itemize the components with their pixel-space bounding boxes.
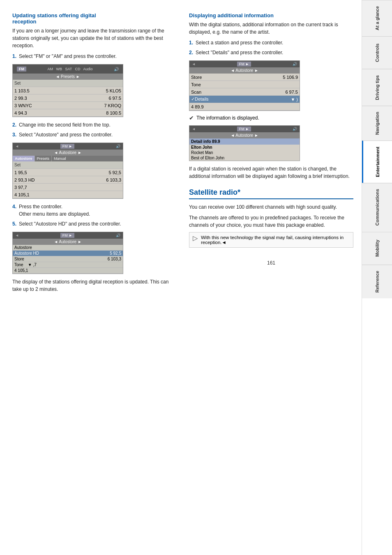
- sidebar-tab-navigation[interactable]: Navigation: [362, 106, 392, 140]
- sidebar-tab-driving-tips[interactable]: Driving tips: [362, 69, 392, 106]
- r1-col2: 6 97.5: [108, 96, 121, 101]
- left-column: Updating stations offering digital recep…: [12, 12, 177, 296]
- screen2-nav: ◄ Autostore ►: [13, 150, 123, 156]
- screen3-body: Autostore Autostore HD 5 92,5 Store 6 10…: [13, 245, 123, 274]
- screen2-set-row: Set: [13, 161, 123, 169]
- page-number: 161: [189, 260, 353, 266]
- title-line2: reception: [12, 18, 37, 25]
- check-note-text: The information is displayed.: [196, 115, 259, 121]
- screen2-icon: 🔊: [116, 144, 120, 148]
- detail-row-2: Best of Elton John: [189, 155, 300, 161]
- step-4: 4. Press the controller.Other menu items…: [12, 203, 177, 218]
- screen1-set-row: Set: [13, 80, 123, 87]
- rscreen2-body: Detail info 89.9 Elton John Rocket Man B…: [189, 138, 300, 161]
- sidebar-tab-controls[interactable]: Controls: [362, 36, 392, 69]
- menu-store: Store 6 103,3: [13, 256, 123, 262]
- screen2-row-0: 1 95,5 5 92,5: [13, 169, 123, 176]
- detail-row-1: Rocket Man: [189, 150, 300, 155]
- rscreen2-nav: ◄ Autostore ►: [189, 132, 300, 138]
- check-icon: ✔: [189, 115, 194, 121]
- screen3-fm: FM ►: [60, 233, 74, 238]
- tab-autostore: Autostore: [13, 156, 35, 161]
- step-3: 3. Select "Autostore" and press the cont…: [12, 131, 177, 138]
- right-section-title: Displaying additional information: [189, 12, 353, 18]
- left-section-title: Updating stations offering digital recep…: [12, 12, 177, 25]
- screen2-body: Set 1 95,5 5 92,5 2 93,3 HD 6 103,3 3 97…: [13, 161, 123, 198]
- screen3-topbar: ◄ FM ► 🔊: [13, 232, 123, 239]
- screen1-body: Set 1 103.5 5 KLO5 2 99.3 6 97.5 3 WNYC …: [13, 80, 123, 117]
- r0-col2: 5 KLO5: [106, 88, 121, 93]
- steps-4-5: 4. Press the controller.Other menu items…: [12, 203, 177, 228]
- step-5: 5. Select "Autostore HD" and press the c…: [12, 220, 177, 228]
- screen1-header: FM AM WB SAT CD Audio 🔊: [13, 64, 123, 74]
- right-screen-1: ◄ FM ► 🔊 ◄ Autostore ► Store 5 106.9 Ton…: [189, 60, 300, 111]
- menu-bottom: 4 105,1: [13, 268, 123, 274]
- rrow-store: Store 5 106.9: [189, 74, 300, 81]
- r2-col1: 3 WNYC: [14, 103, 32, 108]
- tab-presets: Presets: [35, 156, 52, 161]
- r1-col1: 2 99.3: [14, 96, 27, 101]
- screen1-nav: ◄ Presets ►: [13, 74, 123, 80]
- note-box: ▷ With this new technology the signal ma…: [189, 232, 353, 248]
- r0-col1: 1 103.5: [14, 88, 30, 93]
- r3-col1: 4 94.3: [14, 111, 27, 115]
- set-label2: Set: [14, 163, 21, 167]
- title-line1: Updating stations offering digital: [12, 12, 96, 18]
- menu-tone: Tone ▼ ,7: [13, 262, 123, 268]
- satellite-para2: The channels are offered to you in prede…: [189, 214, 353, 229]
- left-footer: The display of the stations offering dig…: [12, 278, 177, 293]
- right-screen-2: ◄ FM ► 🔊 ◄ Autostore ► Detail info 89.9 …: [189, 125, 300, 161]
- left-intro: If you are on a longer journey and leave…: [12, 27, 177, 49]
- satellite-para1: You can receive over 100 different chann…: [189, 203, 353, 211]
- menu-autostore: Autostore: [13, 245, 123, 251]
- screen2-fm: FM ►: [60, 144, 74, 149]
- detail-title: Detail info 89.9: [189, 138, 300, 145]
- screen-1: FM AM WB SAT CD Audio 🔊 ◄ Presets ► Set …: [12, 64, 123, 117]
- set-label: Set: [14, 81, 21, 85]
- screen2-topbar: ◄ FM ► 🔊: [13, 143, 123, 150]
- tab-manual: Manual: [52, 156, 68, 161]
- r3-col2: 8 100.5: [106, 111, 121, 115]
- main-content: Updating stations offering digital recep…: [0, 0, 362, 555]
- screen2-row-3: 4 105,1: [13, 191, 123, 198]
- rscreen1-topbar: ◄ FM ► 🔊: [189, 61, 300, 67]
- screen3-nav: ◄ Autostore ►: [13, 239, 123, 245]
- rscreen1-body: Store 5 106.9 Tone Scan 6 97.5 ✓Details …: [189, 74, 300, 111]
- screen2-tabs: Autostore Presets Manual: [13, 156, 123, 161]
- right-sidebar: At a glance Controls Driving tips Naviga…: [362, 0, 392, 555]
- detail-row-0: Elton John: [189, 145, 300, 150]
- right-step-2: 2. Select "Details" and press the contro…: [189, 49, 353, 56]
- menu-autostore-hd: Autostore HD 5 92,5: [13, 251, 123, 256]
- note-arrow-icon: ▷: [193, 235, 198, 245]
- rrow-details: ✓Details ▼ ): [189, 96, 300, 103]
- screen1-icon: 🔊: [114, 67, 119, 71]
- screen2-row-1: 2 93,3 HD 6 103,3: [13, 176, 123, 184]
- right-column: Displaying additional information With t…: [189, 12, 353, 296]
- note-text: With this new technology the signal may …: [201, 235, 350, 245]
- rrow-scan: Scan 6 97.5: [189, 88, 300, 96]
- screen2-left-arrow: ◄: [15, 144, 19, 148]
- screen1-row-0: 1 103.5 5 KLO5: [13, 87, 123, 94]
- right-step-1: 1. Select a station and press the contro…: [189, 39, 353, 46]
- sidebar-tab-mobility[interactable]: Mobility: [362, 232, 392, 265]
- sidebar-tab-reference[interactable]: Reference: [362, 265, 392, 298]
- sidebar-tab-at-a-glance[interactable]: At a glance: [362, 0, 392, 36]
- sidebar-tab-communications[interactable]: Communications: [362, 183, 392, 231]
- satellite-section: Satellite radio* You can receive over 10…: [189, 188, 353, 248]
- screen2-row-2: 3 97,7: [13, 184, 123, 191]
- left-steps-list: 1. Select "FM" or "AM" and press the con…: [12, 53, 177, 60]
- step-2: 2. Change into the second field from the…: [12, 121, 177, 129]
- screen1-fm-tab: FM: [17, 67, 26, 71]
- two-column-layout: Updating stations offering digital recep…: [12, 12, 353, 296]
- satellite-title: Satellite radio*: [189, 188, 353, 199]
- steps-2-3: 2. Change into the second field from the…: [12, 121, 177, 138]
- sidebar-tab-entertainment[interactable]: Entertainment: [362, 140, 392, 183]
- screen1-tabs: AM WB SAT CD Audio: [47, 67, 92, 71]
- right-steps: 1. Select a station and press the contro…: [189, 39, 353, 56]
- screen-2: ◄ FM ► 🔊 ◄ Autostore ► Autostore Presets…: [12, 143, 123, 199]
- rrow-bottom: 4 89.9: [189, 103, 300, 111]
- rrow-tone: Tone: [189, 81, 300, 88]
- screen1-row-2: 3 WNYC 7 KROQ: [13, 102, 123, 109]
- r2-col2: 7 KROQ: [104, 103, 121, 108]
- rscreen2-topbar: ◄ FM ► 🔊: [189, 126, 300, 132]
